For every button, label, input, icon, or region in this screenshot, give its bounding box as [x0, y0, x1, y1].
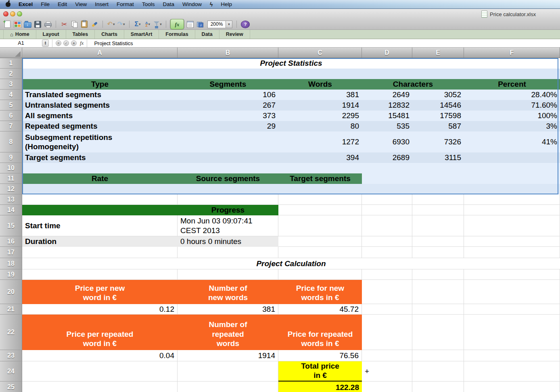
row-header-19[interactable]: 19 [0, 269, 22, 280]
row-header-24[interactable]: 24 [0, 361, 22, 382]
row-header-1[interactable]: 1 [0, 58, 22, 69]
cut-button[interactable]: ✂ [60, 20, 68, 29]
menu-item-view[interactable]: View [71, 1, 91, 7]
row-header-10[interactable]: 10 [0, 163, 22, 173]
row-header-12[interactable]: 12 [0, 184, 22, 194]
cell-A22[interactable]: Price per repeated word in € [22, 315, 178, 350]
cell-C7[interactable]: 80 [278, 121, 362, 131]
cell-D16[interactable] [362, 236, 412, 247]
open-button[interactable]: ↓ [23, 20, 31, 29]
cell-E13[interactable] [412, 194, 464, 205]
cell-C19[interactable] [278, 269, 362, 280]
select-all-corner[interactable] [0, 48, 22, 58]
cell-B7[interactable]: 29 [178, 121, 278, 131]
cell-E21[interactable] [412, 304, 464, 315]
column-header-B[interactable]: B [178, 48, 278, 58]
cell-D3[interactable]: Characters [362, 79, 464, 90]
cell-A10[interactable] [22, 163, 560, 173]
name-box-stepper[interactable]: ▲▼ [42, 40, 49, 47]
help-button[interactable]: ? [241, 21, 250, 28]
cell-E25[interactable] [412, 382, 464, 392]
menu-item-data[interactable]: Data [159, 1, 178, 7]
cell-A12[interactable] [22, 184, 560, 194]
cell-F16[interactable] [464, 236, 560, 247]
cancel-entry-button[interactable]: × [56, 40, 61, 46]
column-header-E[interactable]: E [412, 48, 464, 58]
cell-D8[interactable]: 6930 [362, 131, 412, 152]
cell-A18[interactable]: Project Calculation [22, 258, 560, 269]
cell-C9[interactable]: 394 [278, 152, 362, 163]
cell-F5[interactable]: 71.60% [464, 100, 560, 111]
cell-D11[interactable] [362, 173, 560, 184]
cell-A9[interactable]: Target segments [22, 152, 178, 163]
cell-E14[interactable] [412, 205, 464, 215]
name-box[interactable]: A1 [0, 40, 42, 47]
cell-F13[interactable] [464, 194, 560, 205]
row-header-2[interactable]: 2 [0, 69, 22, 79]
cell-A8[interactable]: Subsegment repetitions (Homogeneity) [22, 131, 178, 152]
cell-E15[interactable] [412, 215, 464, 236]
cell-B6[interactable]: 373 [178, 111, 278, 121]
menu-item-tools[interactable]: Tools [138, 1, 159, 7]
cell-B21[interactable]: 381 [178, 304, 278, 315]
cell-E23[interactable] [412, 350, 464, 361]
filter-dropdown-arrow[interactable]: ▾ [160, 22, 162, 26]
cell-F22[interactable] [464, 315, 560, 350]
menu-item-edit[interactable]: Edit [54, 1, 71, 7]
row-header-18[interactable]: 18 [0, 258, 22, 269]
cell-D22[interactable] [362, 315, 412, 350]
cell-E19[interactable] [412, 269, 464, 280]
cell-D21[interactable] [362, 304, 412, 315]
cell-D23[interactable] [362, 350, 412, 361]
close-button[interactable] [3, 11, 8, 17]
formula-content[interactable]: Project Statistics [90, 40, 133, 46]
zoom-value-box[interactable]: 200% [207, 21, 226, 28]
row-header-11[interactable]: 11 [0, 173, 22, 184]
cell-B23[interactable]: 1914 [178, 350, 278, 361]
cell-E4[interactable]: 3052 [412, 90, 464, 100]
column-header-F[interactable]: F [464, 48, 560, 58]
row-header-23[interactable]: 23 [0, 350, 22, 361]
formula-builder-button[interactable]: fx [170, 19, 184, 29]
cell-A2[interactable] [22, 69, 560, 79]
row-header-4[interactable]: 4 [0, 90, 22, 100]
menu-item-help[interactable]: Help [217, 0, 236, 8]
autosum-button[interactable]: Σ▾ [134, 20, 142, 29]
tab-data[interactable]: Data [195, 30, 219, 39]
cell-C13[interactable] [278, 194, 362, 205]
cell-E8[interactable]: 7326 [412, 131, 464, 152]
row-header-8[interactable]: 8 [0, 131, 22, 152]
cell-F9[interactable] [464, 152, 560, 163]
cell-A13[interactable] [22, 194, 178, 205]
applescript-menu-icon[interactable]: ϟ [206, 1, 217, 8]
row-header-9[interactable]: 9 [0, 152, 22, 163]
cell-F24[interactable] [464, 361, 560, 382]
cell-A20[interactable]: Price per new word in € [22, 280, 178, 304]
cell-B22[interactable]: Number of repeated words [178, 315, 278, 350]
minimize-button[interactable] [10, 11, 15, 17]
cell-D13[interactable] [362, 194, 412, 205]
cell-C11[interactable]: Target segments [278, 173, 362, 184]
cell-A7[interactable]: Repeated segments [22, 121, 178, 131]
cell-A3[interactable]: Type [22, 79, 178, 90]
paste-button[interactable] [80, 20, 88, 29]
print-button[interactable] [44, 20, 52, 29]
cell-E20[interactable] [412, 280, 464, 304]
cell-F6[interactable]: 100% [464, 111, 560, 121]
tab-tables[interactable]: Tables [66, 30, 95, 39]
menu-item-format[interactable]: Format [113, 1, 138, 7]
cell-D6[interactable]: 15481 [362, 111, 412, 121]
row-header-17[interactable]: 17 [0, 247, 22, 258]
row-header-6[interactable]: 6 [0, 111, 22, 121]
cell-C15[interactable] [278, 215, 362, 236]
undo-button[interactable]: ↶▾ [107, 20, 115, 29]
cell-C5[interactable]: 1914 [278, 100, 362, 111]
row-header-14[interactable]: 14 [0, 205, 22, 215]
cell-F15[interactable] [464, 215, 560, 236]
cell-F7[interactable]: 3% [464, 121, 560, 131]
cell-A6[interactable]: All segments [22, 111, 178, 121]
zoom-window-button[interactable] [17, 11, 22, 17]
cell-E22[interactable] [412, 315, 464, 350]
cell-F21[interactable] [464, 304, 560, 315]
tab-layout[interactable]: Layout [36, 30, 66, 39]
